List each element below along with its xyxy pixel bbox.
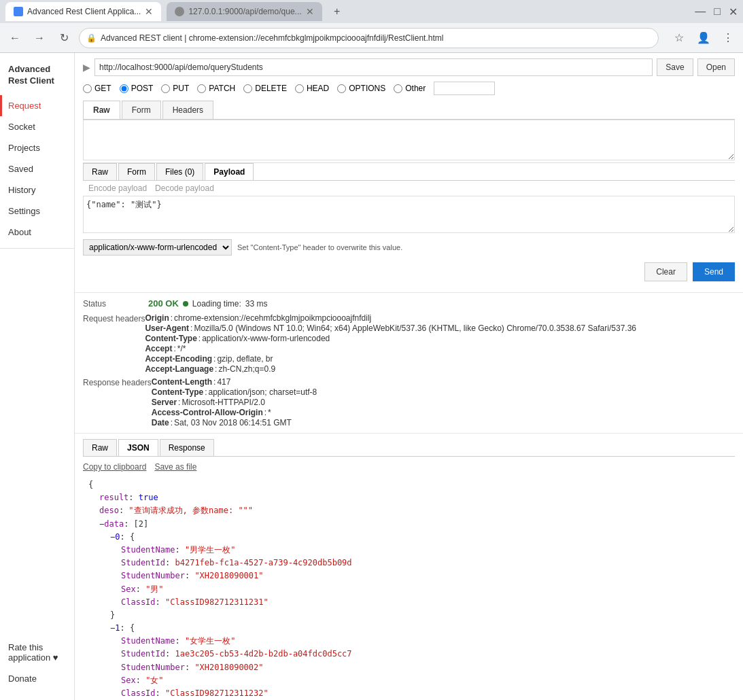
clear-btn[interactable]: Clear: [644, 262, 687, 281]
method-other[interactable]: Other: [394, 84, 426, 93]
payload-tab-form[interactable]: Form: [118, 163, 155, 180]
req-header-language: Accept-Language:zh-CN,zh;q=0.9: [145, 364, 636, 374]
bookmark-btn[interactable]: ☆: [670, 29, 689, 48]
payload-textarea[interactable]: {"name": "测试"}: [83, 196, 735, 233]
sidebar-item-history[interactable]: History: [0, 179, 74, 200]
content-type-select[interactable]: application/x-www-form-urlencoded: [83, 239, 232, 256]
close-btn[interactable]: ✕: [729, 5, 738, 18]
payload-tab-raw[interactable]: Raw: [83, 163, 117, 180]
status-row: Status 200 OK Loading time: 33 ms: [83, 298, 735, 309]
active-tab[interactable]: Advanced Rest Client Applica... ✕: [5, 2, 161, 21]
url-arrow-icon: ▶: [83, 62, 90, 73]
json-item0-name: StudentName: "男学生一枚": [88, 544, 729, 557]
json-item1-sex: Sex: "女": [88, 674, 729, 687]
maximize-btn[interactable]: □: [714, 5, 721, 18]
status-section: Status 200 OK Loading time: 33 ms Reques…: [75, 293, 743, 434]
body-textarea[interactable]: [83, 120, 735, 160]
response-section: Raw JSON Response Copy to clipboard Save…: [75, 434, 743, 700]
response-tab-bar: Raw JSON Response: [83, 439, 735, 457]
body-tab-headers[interactable]: Headers: [162, 101, 213, 119]
sidebar-bottom: Rate this application ♥ Donate: [0, 637, 74, 700]
tab2-favicon: [175, 7, 184, 16]
response-tab-raw[interactable]: Raw: [83, 439, 117, 456]
sidebar-logo: Advanced Rest Client: [0, 58, 74, 95]
url-input-row: ▶ Save Open: [83, 58, 735, 76]
other-method-input[interactable]: [434, 82, 495, 95]
response-actions: Copy to clipboard Save as file: [83, 459, 735, 476]
json-item0-key: −0: {: [88, 531, 729, 544]
decode-payload-btn[interactable]: Decode payload: [155, 183, 214, 193]
res-header-server: Server:Microsoft-HTTPAPI/2.0: [152, 397, 317, 407]
method-delete[interactable]: DELETE: [243, 84, 287, 93]
response-tab-json[interactable]: JSON: [118, 439, 158, 456]
json-item1-class: ClassId: "ClassID982712311232": [88, 687, 729, 700]
send-row: Clear Send: [83, 260, 735, 287]
json-item1-number: StudentNumber: "XH2018090002": [88, 661, 729, 674]
logo-text: Advanced Rest Client: [8, 64, 66, 87]
refresh-btn[interactable]: ↻: [54, 29, 73, 48]
tab2-label: 127.0.0.1:9000/api/demo/que...: [188, 7, 301, 16]
account-btn[interactable]: 👤: [694, 29, 713, 48]
sidebar-item-saved[interactable]: Saved: [0, 158, 74, 179]
url-input-bar[interactable]: 🔒 Advanced REST client | chrome-extensio…: [79, 28, 659, 48]
json-item1-name: StudentName: "女学生一枚": [88, 635, 729, 648]
method-options[interactable]: OPTIONS: [337, 84, 385, 93]
json-item1-id: StudentId: 1ae3c205-cb53-4d2b-b2db-a04fd…: [88, 648, 729, 661]
address-bar: ← → ↻ 🔒 Advanced REST client | chrome-ex…: [0, 23, 743, 53]
payload-tab-files[interactable]: Files (0): [156, 163, 203, 180]
new-tab-btn[interactable]: +: [328, 2, 347, 21]
response-tab-response[interactable]: Response: [160, 439, 214, 456]
back-btn[interactable]: ←: [5, 29, 24, 48]
menu-btn[interactable]: ⋮: [719, 29, 738, 48]
forward-btn[interactable]: →: [30, 29, 49, 48]
url-input[interactable]: [94, 58, 653, 76]
request-headers-section: Request headers Origin:chrome-extension:…: [83, 313, 735, 374]
save-as-file-btn[interactable]: Save as file: [154, 462, 196, 472]
sidebar-item-request[interactable]: Request: [0, 95, 74, 116]
req-header-origin: Origin:chrome-extension://ecehmfcbkglmjp…: [145, 313, 636, 323]
method-get[interactable]: GET: [83, 84, 111, 93]
app-layout: Advanced Rest Client Request Socket Proj…: [0, 53, 743, 700]
method-put[interactable]: PUT: [161, 84, 189, 93]
sidebar-item-socket[interactable]: Socket: [0, 116, 74, 137]
minimize-btn[interactable]: —: [695, 5, 706, 18]
sidebar-item-about[interactable]: About: [0, 222, 74, 243]
json-item0-id: StudentId: b4271feb-fc1a-4527-a739-4c920…: [88, 557, 729, 570]
payload-tab-payload[interactable]: Payload: [205, 163, 254, 180]
open-request-btn[interactable]: Open: [697, 58, 735, 76]
payload-actions: Encode payload Decode payload: [83, 181, 735, 196]
content-type-row: application/x-www-form-urlencoded Set "C…: [83, 235, 735, 260]
method-head[interactable]: HEAD: [295, 84, 329, 93]
json-item1-key: −1: {: [88, 622, 729, 635]
json-open-brace: {: [88, 478, 729, 491]
method-patch[interactable]: PATCH: [197, 84, 235, 93]
body-tab-form[interactable]: Form: [122, 101, 161, 119]
body-tab-raw[interactable]: Raw: [83, 101, 120, 119]
rate-app-btn[interactable]: Rate this application ♥: [0, 637, 74, 668]
copy-clipboard-btn[interactable]: Copy to clipboard: [83, 462, 146, 472]
body-tab-bar: Raw Form Headers: [83, 101, 735, 120]
save-request-btn[interactable]: Save: [657, 58, 693, 76]
inactive-tab[interactable]: 127.0.0.1:9000/api/demo/que... ✕: [167, 2, 322, 21]
json-item0-class: ClassId: "ClassID982712311231": [88, 596, 729, 609]
json-item0-sex: Sex: "男": [88, 583, 729, 596]
payload-section: Raw Form Files (0) Payload Encode payloa…: [83, 162, 735, 235]
donate-btn[interactable]: Donate: [0, 668, 74, 689]
tab2-close-btn[interactable]: ✕: [306, 6, 314, 17]
req-header-contenttype: Content-Type:application/x-www-form-urle…: [145, 333, 636, 343]
request-section: ▶ Save Open GET POST PUT: [75, 53, 743, 293]
url-display: Advanced REST client | chrome-extension:…: [101, 33, 443, 43]
json-viewer: { result: true deso: "查询请求成功, 参数name: ""…: [83, 476, 735, 700]
encode-payload-btn[interactable]: Encode payload: [88, 183, 147, 193]
method-post[interactable]: POST: [120, 84, 154, 93]
title-bar: Advanced Rest Client Applica... ✕ 127.0.…: [0, 0, 743, 23]
loading-time: 33 ms: [245, 299, 268, 309]
sidebar-divider: [0, 248, 74, 249]
sidebar-item-settings[interactable]: Settings: [0, 200, 74, 222]
sidebar-item-projects[interactable]: Projects: [0, 137, 74, 158]
send-btn[interactable]: Send: [693, 262, 735, 281]
response-headers-section: Response headers Content-Length:417 Cont…: [83, 377, 735, 427]
tab-close-btn[interactable]: ✕: [145, 6, 153, 17]
status-value: 200 OK: [148, 298, 179, 309]
window-controls: — □ ✕: [695, 5, 738, 18]
